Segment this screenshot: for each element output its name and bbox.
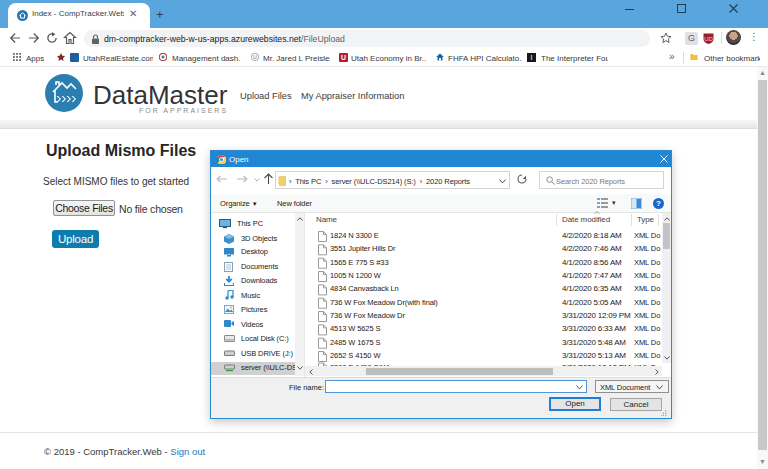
svg-text:UD: UD: [704, 35, 713, 41]
svg-text:U: U: [253, 54, 257, 60]
svg-text:?: ?: [656, 199, 661, 208]
